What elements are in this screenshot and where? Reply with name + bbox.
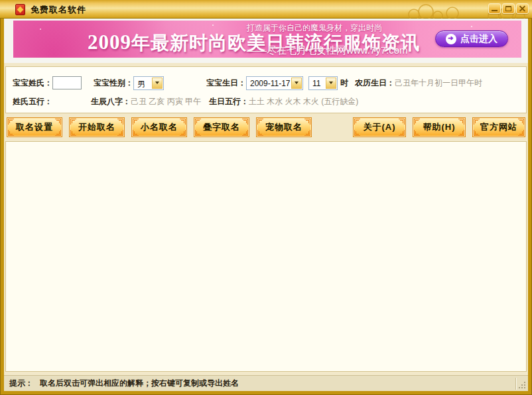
fret-corner bbox=[304, 130, 310, 136]
resize-grip[interactable] bbox=[517, 380, 526, 389]
toolbar: 取名设置 开始取名 小名取名 叠字取名 宠物取名 关于(A) bbox=[5, 117, 527, 137]
fret-corner bbox=[180, 130, 186, 136]
bazi-value: 己丑 乙亥 丙寅 甲午 bbox=[131, 96, 201, 107]
fret-corner bbox=[518, 119, 524, 125]
maximize-icon bbox=[505, 6, 511, 11]
bazi-label: 生辰八字： bbox=[91, 96, 131, 107]
fret-corner bbox=[180, 119, 186, 125]
fret-corner bbox=[117, 119, 123, 125]
close-icon bbox=[517, 4, 528, 13]
fret-corner bbox=[55, 130, 61, 136]
fret-corner bbox=[8, 130, 14, 136]
app-window: 免费取名软件 打造属于你自己的魔鬼身材，穿出时尚 200 bbox=[0, 0, 532, 395]
birthday-wuxing-label: 生日五行： bbox=[209, 96, 249, 107]
fret-corner bbox=[242, 130, 248, 136]
fret-corner bbox=[354, 130, 360, 136]
fret-corner bbox=[414, 130, 420, 136]
results-area[interactable] bbox=[5, 141, 527, 372]
sparkle-dot bbox=[212, 25, 214, 26]
nickname-naming-button[interactable]: 小名取名 bbox=[131, 117, 187, 137]
fret-corner bbox=[354, 119, 360, 125]
arrow-icon bbox=[446, 34, 456, 44]
gender-value: 男 bbox=[134, 77, 151, 89]
fret-corner bbox=[133, 130, 139, 136]
fret-corner bbox=[257, 130, 263, 136]
fret-corner bbox=[8, 119, 14, 125]
hour-value: 11 bbox=[309, 77, 325, 89]
banner-cta-label: 点击进入 bbox=[460, 33, 498, 45]
banner-subline: ——尽在七月七女性网www.7y7.com bbox=[247, 44, 408, 57]
minimize-icon bbox=[492, 10, 498, 11]
form-row-2: 姓氏五行： 生辰八字： 己丑 乙亥 丙寅 甲午 生日五行： 土土 木水 火木 木… bbox=[13, 94, 526, 109]
statusbar-divider bbox=[516, 378, 517, 390]
fret-corner bbox=[195, 130, 201, 136]
chevron-down-icon bbox=[291, 78, 302, 89]
minimize-button[interactable] bbox=[488, 3, 501, 14]
titlebar[interactable]: 免费取名软件 bbox=[0, 0, 532, 19]
pet-naming-button[interactable]: 宠物取名 bbox=[256, 117, 312, 137]
hour-select[interactable]: 11 bbox=[308, 76, 338, 90]
ad-banner[interactable]: 打造属于你自己的魔鬼身材，穿出时尚 2009年最新时尚欧美日韩流行服饰资讯 ——… bbox=[13, 21, 521, 58]
close-button[interactable] bbox=[516, 3, 529, 14]
fret-corner bbox=[133, 119, 139, 125]
banner-year: 2009 bbox=[88, 30, 131, 54]
doubled-char-naming-button[interactable]: 叠字取名 bbox=[194, 117, 249, 137]
fret-corner bbox=[474, 119, 480, 125]
form-row-1: 宝宝姓氏： 宝宝性别： 男 宝宝生日： 2009-11-17 11 时 农历生日… bbox=[13, 76, 526, 90]
hour-unit-label: 时 bbox=[340, 78, 348, 89]
gender-label: 宝宝性别： bbox=[94, 78, 133, 89]
lunar-birthday-label: 农历生日： bbox=[355, 78, 395, 89]
window-controls bbox=[488, 3, 529, 14]
fret-corner bbox=[458, 119, 464, 125]
chevron-down-icon bbox=[326, 78, 336, 89]
fret-corner bbox=[474, 130, 480, 136]
fret-corner bbox=[414, 119, 420, 125]
app-icon bbox=[15, 4, 25, 15]
about-button[interactable]: 关于(A) bbox=[353, 117, 406, 137]
surname-wuxing-label: 姓氏五行： bbox=[13, 96, 52, 107]
hint-label: 提示： bbox=[9, 378, 33, 389]
chevron-down-icon bbox=[152, 78, 163, 89]
fret-corner bbox=[70, 130, 76, 136]
fret-corner bbox=[195, 119, 201, 125]
birthday-label: 宝宝生日： bbox=[206, 78, 246, 89]
fret-corner bbox=[399, 130, 405, 136]
banner-cta-button[interactable]: 点击进入 bbox=[435, 30, 508, 47]
fret-corner bbox=[117, 130, 123, 136]
ad-banner-strip: 打造属于你自己的魔鬼身材，穿出时尚 2009年最新时尚欧美日韩流行服饰资讯 ——… bbox=[4, 19, 528, 63]
client-area: 打造属于你自己的魔鬼身材，穿出时尚 2009年最新时尚欧美日韩流行服饰资讯 ——… bbox=[4, 19, 528, 391]
hint-text: 取名后双击可弹出相应的解释；按右键可复制或导出姓名 bbox=[40, 378, 239, 389]
statusbar: 提示： 取名后双击可弹出相应的解释；按右键可复制或导出姓名 bbox=[4, 375, 528, 391]
naming-settings-button[interactable]: 取名设置 bbox=[7, 117, 62, 137]
official-website-button[interactable]: 官方网站 bbox=[472, 117, 525, 137]
birthday-wuxing-value: 土土 木水 火木 木火 (五行缺金) bbox=[249, 96, 358, 107]
birthday-select[interactable]: 2009-11-17 bbox=[246, 76, 303, 90]
lunar-birthday-value: 己丑年十月初一日甲午时 bbox=[395, 78, 482, 89]
maximize-button[interactable] bbox=[502, 3, 515, 14]
fret-corner bbox=[518, 130, 524, 136]
fret-corner bbox=[399, 119, 405, 125]
fret-corner bbox=[242, 119, 248, 125]
sparkle-dot bbox=[471, 26, 472, 27]
fret-corner bbox=[304, 119, 310, 125]
help-button[interactable]: 帮助(H) bbox=[413, 117, 466, 137]
baby-info-panel: 宝宝姓氏： 宝宝性别： 男 宝宝生日： 2009-11-17 11 时 农历生日… bbox=[5, 66, 527, 113]
start-naming-button[interactable]: 开始取名 bbox=[69, 117, 125, 137]
window-title: 免费取名软件 bbox=[31, 4, 86, 16]
fret-corner bbox=[70, 119, 76, 125]
birthday-value: 2009-11-17 bbox=[247, 77, 291, 89]
fret-corner bbox=[55, 119, 61, 125]
surname-label: 宝宝姓氏： bbox=[13, 78, 52, 89]
surname-input[interactable] bbox=[52, 76, 82, 89]
sparkle-dot bbox=[40, 28, 41, 30]
gender-select[interactable]: 男 bbox=[133, 76, 164, 90]
fret-corner bbox=[458, 130, 464, 136]
fret-corner bbox=[257, 119, 263, 125]
